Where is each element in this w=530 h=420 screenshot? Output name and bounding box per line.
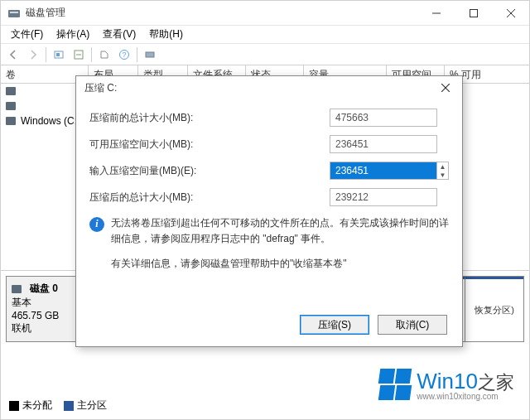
maximize-button[interactable] [455, 1, 492, 26]
menu-action[interactable]: 操作(A) [50, 26, 96, 43]
disk-status: 联机 [12, 321, 80, 336]
info-text: 无法将卷压缩到超出任何不可移动的文件所在的点。有关完成该操作时间的详细信息，请参… [111, 215, 449, 247]
toolbar-separator [91, 47, 92, 62]
toolbar-separator [137, 47, 137, 62]
toolbar-icon-1[interactable] [50, 46, 68, 64]
svg-rect-7 [56, 53, 60, 56]
close-button[interactable] [492, 1, 529, 26]
disk-name: 磁盘 0 [30, 282, 58, 296]
label-available-shrink: 可用压缩空间大小(MB): [89, 138, 255, 152]
svg-rect-0 [8, 10, 20, 17]
volume-label: Windows (C:) [21, 115, 80, 127]
shrink-button[interactable]: 压缩(S) [300, 315, 369, 335]
app-title: 磁盘管理 [26, 6, 417, 20]
value-size-after: 239212 [330, 188, 437, 206]
volume-icon [6, 87, 16, 95]
disk-size: 465.75 GB [12, 310, 80, 321]
toolbar: ? [1, 44, 529, 65]
disk-type: 基本 [12, 296, 80, 310]
cancel-button[interactable]: 取消(C) [378, 315, 447, 335]
spinner-down-icon[interactable]: ▼ [437, 171, 448, 179]
shrink-dialog: 压缩 C: 压缩前的总计大小(MB): 475663 可用压缩空间大小(MB):… [75, 75, 463, 347]
windows-logo-icon [378, 368, 412, 401]
label-shrink-amount: 输入压缩空间量(MB)(E): [89, 164, 255, 178]
toolbar-separator [46, 47, 46, 62]
unallocated-swatch [9, 401, 19, 411]
menu-file[interactable]: 文件(F) [4, 26, 50, 43]
label-size-after: 压缩后的总计大小(MB): [89, 191, 255, 205]
watermark: Win10之家 www.win10xitong.com [378, 368, 514, 401]
forward-button[interactable] [24, 46, 42, 64]
info-icon: i [89, 217, 104, 232]
shrink-amount-spinner[interactable]: ▲▼ [437, 162, 449, 180]
toolbar-icon-3[interactable] [141, 46, 159, 64]
dialog-title: 压缩 C: [84, 81, 434, 95]
primary-swatch [64, 401, 74, 411]
volume-icon [6, 102, 16, 110]
menubar: 文件(F) 操作(A) 查看(V) 帮助(H) [1, 26, 529, 44]
toolbar-icon-2[interactable] [95, 46, 113, 64]
svg-rect-11 [146, 52, 154, 57]
refresh-button[interactable] [70, 46, 88, 64]
spinner-up-icon[interactable]: ▲ [437, 162, 448, 171]
svg-rect-1 [10, 12, 18, 13]
dialog-close-button[interactable] [434, 78, 457, 98]
menu-view[interactable]: 查看(V) [96, 26, 142, 43]
watermark-brand: Win10 [417, 369, 478, 393]
disk-icon [12, 285, 22, 293]
partition-recovery[interactable]: 恢复分区) [465, 277, 523, 341]
titlebar: 磁盘管理 [1, 1, 529, 26]
input-shrink-amount[interactable]: 236451 [330, 162, 437, 180]
info-message: i 无法将卷压缩到超出任何不可移动的文件所在的点。有关完成该操作时间的详细信息，… [89, 210, 449, 252]
svg-text:?: ? [122, 51, 126, 59]
recovery-label: 恢复分区) [475, 304, 514, 316]
menu-help[interactable]: 帮助(H) [142, 26, 190, 43]
value-available-shrink: 236451 [330, 135, 437, 153]
window-buttons [417, 1, 529, 26]
svg-rect-3 [470, 9, 477, 17]
watermark-suffix: 之家 [478, 372, 514, 393]
legend: 未分配 主分区 [9, 398, 107, 413]
help-reference: 有关详细信息，请参阅磁盘管理帮助中的"收缩基本卷" [89, 252, 449, 281]
legend-primary: 主分区 [64, 398, 107, 413]
app-icon [7, 7, 21, 20]
help-icon[interactable]: ? [115, 46, 133, 64]
minimize-button[interactable] [417, 1, 455, 26]
disk-management-window: 磁盘管理 文件(F) 操作(A) 查看(V) 帮助(H) ? 卷 布局 类型 文… [0, 0, 530, 420]
legend-unallocated: 未分配 [9, 398, 52, 413]
disk-info-panel: 磁盘 0 基本 465.75 GB 联机 [6, 276, 85, 342]
volume-icon [6, 117, 16, 125]
back-button[interactable] [4, 46, 22, 64]
dialog-titlebar: 压缩 C: [76, 76, 462, 99]
label-size-before: 压缩前的总计大小(MB): [89, 111, 255, 125]
value-size-before: 475663 [330, 109, 437, 127]
